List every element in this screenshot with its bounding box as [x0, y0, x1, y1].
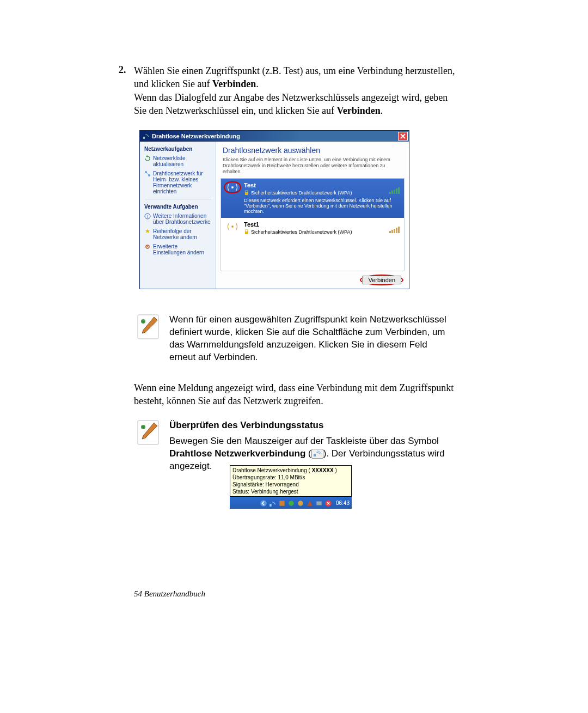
svg-text:i: i [147, 214, 148, 219]
svg-point-17 [260, 500, 267, 507]
network-list: Test Sicherheitsaktiviertes Drahtlosnetz… [220, 178, 405, 272]
tooltip-line2: Übertragungsrate: 11,0 MBit/s [232, 474, 349, 481]
star-icon [144, 228, 151, 235]
sidebar-heading-related: Verwandte Aufgaben [144, 204, 211, 210]
svg-rect-18 [270, 504, 272, 507]
note-block-1: Wenn für einen ausgewählten Zugriffspunk… [137, 314, 447, 364]
svg-point-20 [289, 501, 293, 505]
tray-icon-6[interactable] [324, 499, 332, 507]
network-name: Test1 [244, 221, 400, 228]
pencil-note-icon [137, 314, 160, 340]
network-icon [144, 170, 151, 177]
network-detail: Dieses Netzwerk erfordert einen Netzwerk… [244, 198, 400, 215]
step-number: 2. [119, 64, 126, 76]
tray-icon-3[interactable] [297, 499, 304, 507]
tooltip-line4: Status: Verbindung hergest [232, 488, 349, 495]
main-subtext: Klicken Sie auf ein Element in der Liste… [216, 157, 409, 178]
step-content: 2. Wählen Sie einen Zugriffspunkt (z.B. … [134, 64, 461, 289]
sidebar-link-info[interactable]: i Weitere Informationen über Drahtlosnet… [144, 213, 211, 225]
svg-point-7 [147, 246, 148, 247]
lock-icon [244, 190, 249, 196]
sidebar-divider [144, 199, 211, 199]
sidebar-link-refresh-label: Netzwerkliste aktualisieren [153, 155, 211, 167]
connect-button[interactable]: Verbinden [362, 276, 401, 284]
refresh-icon [144, 155, 151, 162]
gear-icon [144, 243, 151, 250]
dialog-main: Drahtlosnetzwerk auswählen Klicken Sie a… [216, 142, 409, 289]
dialog-body: Netzwerkaufgaben Netzwerkliste aktualisi… [140, 142, 409, 289]
svg-rect-9 [245, 192, 248, 195]
sidebar-link-info-label: Weitere Informationen über Drahtlosnetzw… [153, 213, 211, 225]
sidebar-link-advanced-label: Erweiterte Einstellungen ändern [153, 243, 211, 255]
main-heading: Drahtlosnetzwerk auswählen [216, 142, 409, 157]
sidebar-link-order-label: Reihenfolge der Netzwerke ändern [153, 228, 211, 240]
signal-icon [389, 187, 400, 194]
dialog-title: Drahtlose Netzwerkverbindung [152, 133, 398, 139]
svg-point-10 [231, 226, 234, 228]
tooltip-line1: Drahtlose Netzwerkverbindung ( XXXXXX ) [232, 467, 349, 474]
instr-s2: . [381, 105, 383, 116]
instruction-text: Wählen Sie einen Zugriffspunkt (z.B. Tes… [134, 64, 461, 117]
sidebar-link-setup-label: Drahtlosnetzwerk für Heim- bzw. kleines … [153, 170, 211, 194]
status-prefix: Bewegen Sie den Mauszeiger auf der Taskl… [169, 436, 439, 446]
tray-icon-5[interactable] [315, 499, 323, 507]
network-item-test[interactable]: Test Sicherheitsaktiviertes Drahtlosnetz… [221, 179, 404, 218]
taskbar: 06:43 [230, 497, 352, 509]
instr-p1: Wählen Sie einen Zugriffspunkt (z.B. Tes… [134, 65, 455, 89]
wifi-tray-icon-inline [311, 449, 323, 459]
svg-rect-16 [314, 454, 316, 456]
sidebar-link-refresh[interactable]: Netzwerkliste aktualisieren [144, 155, 211, 167]
svg-rect-19 [279, 501, 284, 505]
sidebar-link-setup[interactable]: Drahtlosnetzwerk für Heim- bzw. kleines … [144, 170, 211, 194]
page-footer: 54 Benutzerhandbuch [134, 589, 205, 599]
instr-b1: Verbinden [212, 78, 256, 89]
instr-s1: . [256, 78, 259, 89]
sidebar-link-advanced[interactable]: Erweiterte Einstellungen ändern [144, 243, 211, 255]
antenna-icon [225, 182, 240, 193]
instr-p2: Wenn das Dialogfeld zur Angabe des Netzw… [134, 92, 448, 116]
status-mid: ( [305, 448, 311, 459]
note-1-text: Wenn für einen ausgewählten Zugriffspunk… [169, 314, 447, 364]
status-title: Überprüfen des Verbindungsstatus [169, 419, 456, 432]
dialog-footer: Verbinden [216, 271, 409, 289]
connect-button-highlight: Verbinden [360, 275, 403, 285]
tray-icon-4[interactable] [306, 499, 314, 507]
close-button[interactable] [398, 132, 408, 141]
tooltip-block: Drahtlose Netzwerkverbindung ( XXXXXX ) … [230, 465, 352, 509]
tray-icon-1[interactable] [278, 499, 286, 507]
wifi-tray-icon[interactable] [269, 499, 277, 507]
network-item-test1[interactable]: Test1 Sicherheitsaktiviertes Drahtlosnet… [221, 218, 404, 238]
antenna-icon [225, 221, 240, 232]
svg-point-8 [231, 186, 234, 188]
wireless-dialog: Drahtlose Netzwerkverbindung Netzwerkauf… [139, 130, 409, 289]
network-security: Sicherheitsaktiviertes Drahtlosnetzwerk … [251, 229, 352, 235]
svg-rect-0 [143, 137, 145, 139]
svg-point-21 [298, 501, 303, 505]
dialog-titlebar[interactable]: Drahtlose Netzwerkverbindung [140, 131, 409, 142]
tooltip-line3: Signalstärke: Hervorragend [232, 481, 349, 488]
dialog-sidebar: Netzwerkaufgaben Netzwerkliste aktualisi… [140, 142, 216, 289]
tray-icon-2[interactable] [287, 499, 295, 507]
svg-rect-11 [245, 231, 248, 234]
instr-b2: Verbinden [336, 105, 380, 116]
sidebar-heading-tasks: Netzwerkaufgaben [144, 146, 211, 152]
lock-icon [244, 229, 249, 235]
connection-tooltip: Drahtlose Netzwerkverbindung ( XXXXXX ) … [230, 465, 352, 497]
sidebar-link-order[interactable]: Reihenfolge der Netzwerke ändern [144, 228, 211, 240]
taskbar-clock: 06:43 [336, 500, 350, 506]
status-bold: Drahtlose Netzwerkverbindung [169, 448, 305, 459]
chevron-left-icon[interactable] [260, 499, 267, 507]
signal-icon [389, 227, 400, 233]
network-name: Test [244, 182, 400, 188]
post-note-paragraph: Wenn eine Meldung angezeigt wird, dass e… [134, 381, 461, 408]
svg-rect-22 [316, 501, 321, 505]
info-icon: i [144, 213, 151, 220]
svg-line-3 [146, 173, 149, 175]
pencil-note-icon [137, 419, 160, 446]
network-security: Sicherheitsaktiviertes Drahtlosnetzwerk … [251, 190, 352, 196]
wifi-icon [142, 132, 150, 140]
